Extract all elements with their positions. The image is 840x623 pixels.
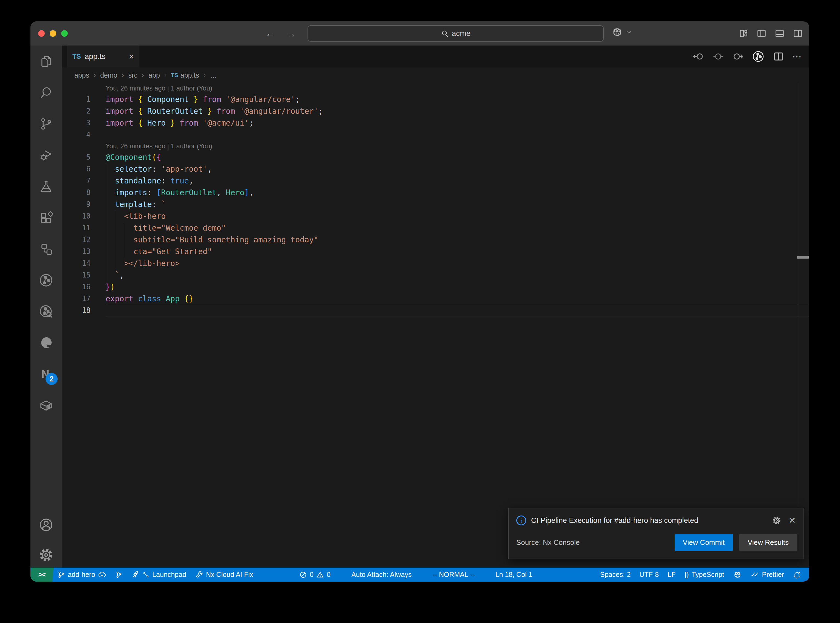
source-control-icon[interactable]	[37, 115, 55, 133]
breadcrumb: apps›demo›src›app›TSapp.ts›…	[62, 68, 809, 83]
launchpad-label: Launchpad	[152, 571, 186, 578]
nx-console-icon[interactable]: N› 2	[37, 365, 55, 383]
git-branch-icon	[57, 571, 65, 578]
code-line: 7 standalone: true,	[62, 175, 809, 187]
explorer-icon[interactable]	[37, 53, 55, 70]
notification-settings-icon[interactable]	[772, 516, 781, 525]
nav-current-icon[interactable]	[712, 51, 724, 63]
commit-graph-status[interactable]	[111, 568, 127, 582]
breadcrumb-item[interactable]: apps	[74, 71, 89, 79]
typescript-file-icon: TS	[171, 72, 178, 78]
view-commit-button[interactable]: View Commit	[674, 534, 733, 551]
copilot-menu[interactable]	[611, 26, 632, 38]
code-line: 18	[62, 305, 809, 316]
nx-project-graph-icon[interactable]	[37, 272, 55, 289]
encoding-status[interactable]: UTF-8	[635, 568, 663, 582]
code-editor[interactable]: You, 26 minutes ago | 1 author (You)1imp…	[62, 83, 809, 568]
line-number: 7	[62, 175, 106, 187]
edge-browser-icon[interactable]	[37, 334, 55, 351]
notification-close-icon[interactable]: ✕	[788, 515, 796, 526]
breadcrumb-item[interactable]: …	[210, 71, 217, 79]
cursor-position-status[interactable]: Ln 18, Col 1	[491, 568, 537, 582]
eol-status[interactable]: LF	[663, 568, 680, 582]
line-number: 2	[62, 105, 106, 117]
customize-layout-icon[interactable]	[738, 28, 749, 39]
language-status[interactable]: {} TypeScript	[680, 568, 729, 582]
line-number: 1	[62, 94, 106, 105]
search-value: acme	[452, 29, 470, 38]
breadcrumb-item[interactable]: demo	[100, 71, 117, 79]
more-actions-icon[interactable]: ⋯	[792, 51, 802, 62]
line-number: 4	[62, 129, 106, 141]
line-number: 14	[62, 258, 106, 269]
nx-project-details-icon[interactable]	[752, 50, 765, 63]
nav-back-icon[interactable]	[693, 51, 705, 63]
formatter-status[interactable]: ✓✓ Prettier	[746, 568, 789, 582]
notification-toast: i CI Pipeline Execution for #add-hero ha…	[508, 508, 804, 559]
minimize-window-button[interactable]	[50, 30, 56, 37]
scrollbar-gutter[interactable]	[797, 83, 797, 568]
indent-guide	[106, 258, 106, 269]
indent-guide	[106, 210, 106, 222]
search-view-icon[interactable]	[37, 84, 55, 101]
tab-app-ts[interactable]: TS app.ts ×	[67, 46, 139, 68]
launchpad-status[interactable]: Launchpad	[127, 568, 190, 582]
nx-badge: 2	[46, 373, 58, 385]
copilot-status[interactable]	[729, 568, 746, 582]
run-debug-icon[interactable]	[37, 146, 55, 164]
remote-indicator[interactable]: ><	[31, 568, 54, 582]
line-number: 13	[62, 246, 106, 258]
branch-status[interactable]: add-hero	[53, 568, 111, 582]
blame-annotation: You, 26 minutes ago | 1 author (You)	[62, 141, 809, 151]
indent-guide	[106, 163, 106, 175]
code-line: 4	[62, 129, 809, 141]
breadcrumb-item[interactable]: TSapp.ts	[171, 71, 199, 79]
maximize-window-button[interactable]	[61, 30, 68, 37]
breadcrumb-separator: ›	[142, 71, 144, 79]
indent-guide	[106, 222, 106, 234]
editor-group: TS app.ts × ⋯ apps›demo›src›app›TSapp.ts…	[62, 46, 809, 568]
close-tab-icon[interactable]: ×	[129, 52, 134, 62]
nx-graph-search-icon[interactable]	[37, 303, 55, 320]
command-center-search[interactable]: acme	[307, 25, 604, 42]
code-line: 2import { RouterOutlet } from '@angular/…	[62, 105, 809, 117]
problems-status[interactable]: 0 0	[295, 568, 335, 582]
breadcrumb-item[interactable]: app	[148, 71, 160, 79]
code-line: 9 template: `	[62, 198, 809, 210]
tab-label: app.ts	[85, 52, 106, 61]
hierarchy-icon[interactable]	[37, 240, 55, 258]
view-results-button[interactable]: View Results	[739, 534, 797, 551]
line-number: 3	[62, 117, 106, 129]
notification-source: Source: Nx Console	[516, 538, 668, 547]
history-forward-icon[interactable]: →	[286, 28, 296, 39]
toggle-primary-sidebar-icon[interactable]	[756, 28, 767, 39]
nav-forward-icon[interactable]	[732, 51, 744, 63]
activity-bar: N› 2	[31, 46, 62, 568]
history-back-icon[interactable]: ←	[265, 28, 275, 39]
accounts-icon[interactable]	[37, 516, 55, 534]
nx-cloud-ai-fix-status[interactable]: Nx Cloud AI Fix	[190, 568, 258, 582]
breadcrumb-item[interactable]: src	[128, 71, 137, 79]
close-window-button[interactable]	[38, 30, 45, 37]
container-tools-icon[interactable]	[37, 396, 55, 414]
split-editor-icon[interactable]	[772, 51, 785, 63]
indent-guide	[106, 175, 106, 187]
breadcrumb-separator: ›	[94, 71, 96, 79]
indent-guide	[106, 234, 106, 246]
indentation-status[interactable]: Spaces: 2	[596, 568, 635, 582]
toggle-secondary-sidebar-icon[interactable]	[792, 28, 803, 39]
auto-attach-status[interactable]: Auto Attach: Always	[347, 568, 416, 582]
notifications-bell[interactable]	[788, 568, 805, 582]
testing-icon[interactable]	[37, 178, 55, 195]
extensions-icon[interactable]	[37, 209, 55, 227]
vim-mode-status[interactable]: -- NORMAL --	[428, 568, 479, 582]
line-number: 17	[62, 293, 106, 305]
code-line: 1import { Component } from '@angular/cor…	[62, 94, 809, 105]
indent-guide	[106, 269, 106, 281]
toggle-panel-icon[interactable]	[774, 28, 785, 39]
indent-guide	[106, 198, 106, 210]
code-line: 13 cta="Get Started"	[62, 246, 809, 258]
settings-gear-icon[interactable]	[37, 546, 55, 564]
code-line: 3import { Hero } from '@acme/ui';	[62, 117, 809, 129]
code-line: 14 ></lib-hero>	[62, 258, 809, 269]
